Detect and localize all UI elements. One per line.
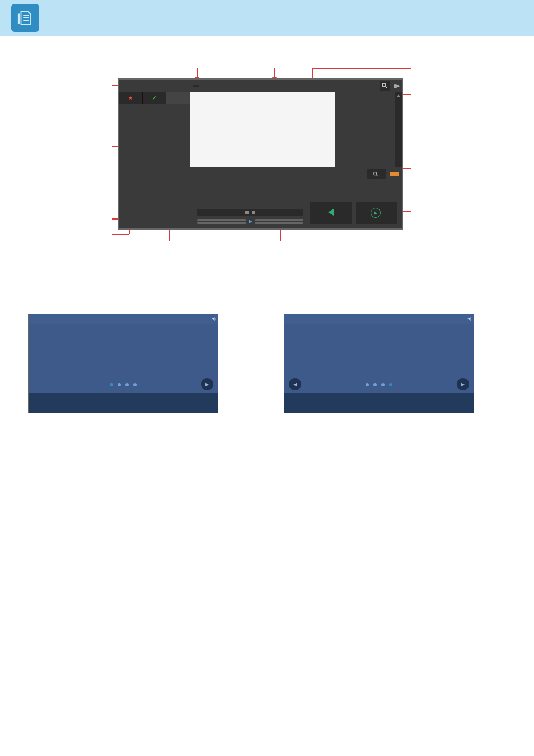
fax-chapter-icon [11, 4, 39, 32]
bottom-bar [284, 393, 474, 413]
panel-bottom: ▶ [190, 167, 402, 228]
arrow [169, 230, 170, 241]
pin-row: ★ ✔ [119, 92, 190, 104]
address-book-tab[interactable] [193, 85, 199, 87]
timebar: ◂) [284, 314, 474, 324]
fax-panel: ▮▶ ★ ✔ ▲ ▼ [118, 78, 403, 230]
page-header [0, 0, 534, 36]
size-arrow-icon: ▶ [249, 218, 252, 224]
tile-row [39, 329, 208, 377]
others-button[interactable] [166, 92, 190, 104]
next-address-icon[interactable]: ▮▶ [392, 81, 402, 91]
dot[interactable] [118, 383, 121, 386]
send-size-a4[interactable] [255, 222, 304, 224]
dot[interactable] [366, 383, 369, 386]
start-button[interactable]: ▶ [356, 202, 397, 224]
arrow [112, 234, 129, 235]
size-display: ▶ [197, 209, 303, 224]
dot[interactable] [110, 383, 113, 386]
size-bar-icon [197, 209, 303, 216]
dot[interactable] [389, 383, 392, 386]
page-body: ▮▶ ★ ✔ ▲ ▼ [0, 36, 534, 469]
home-screen-normal: ◂) ▶ ◀ [284, 314, 474, 413]
page-dots [29, 379, 218, 390]
page-dots [284, 379, 474, 390]
nav-prev-icon[interactable]: ◀ [289, 378, 301, 390]
nav-next-icon[interactable]: ▶ [201, 378, 213, 390]
search-icon[interactable] [380, 81, 390, 91]
home-screen-easy: ◂) ▶ [28, 314, 218, 413]
easy-mode-column: ◂) ▶ [28, 308, 250, 413]
timebar: ◂) [29, 314, 218, 324]
svg-point-1 [374, 172, 377, 175]
scroll-up-icon[interactable]: ▲ [396, 92, 401, 99]
sound-icon: ◂) [212, 316, 216, 321]
bottom-bar [29, 393, 218, 413]
arrow [280, 230, 281, 241]
two-column-modes: ◂) ▶ ◂) [28, 308, 506, 413]
start-icon: ▶ [371, 208, 381, 218]
scan-size-auto[interactable] [197, 219, 246, 221]
nav-next-icon[interactable]: ▶ [457, 378, 469, 390]
annotated-screenshot: ▮▶ ★ ✔ ▲ ▼ [22, 62, 504, 286]
dot[interactable] [381, 383, 385, 386]
normal-mode-column: ◂) ▶ ◀ [284, 308, 506, 413]
dot[interactable] [373, 383, 377, 386]
preview-button[interactable] [367, 169, 386, 179]
speaker-icon [328, 209, 334, 216]
reception-memory [223, 223, 227, 227]
svg-point-0 [382, 83, 386, 87]
scan-size-a4[interactable] [197, 222, 246, 224]
panel-topbar: ▮▶ [190, 80, 402, 92]
panel-left-column: ★ ✔ [119, 80, 190, 228]
ca-button[interactable] [390, 172, 399, 176]
dot[interactable] [125, 383, 129, 386]
fax-number-field[interactable] [213, 82, 377, 90]
callout-scan-preview [411, 111, 506, 120]
arrow [312, 68, 411, 69]
favorite-icon[interactable]: ★ [119, 92, 143, 104]
tile-row [294, 329, 463, 377]
dot[interactable] [133, 383, 137, 386]
speaker-button[interactable] [310, 202, 352, 224]
sound-icon: ◂) [467, 316, 471, 321]
check-icon[interactable]: ✔ [143, 92, 167, 104]
send-size-auto[interactable] [255, 219, 304, 221]
arrow [312, 68, 313, 80]
